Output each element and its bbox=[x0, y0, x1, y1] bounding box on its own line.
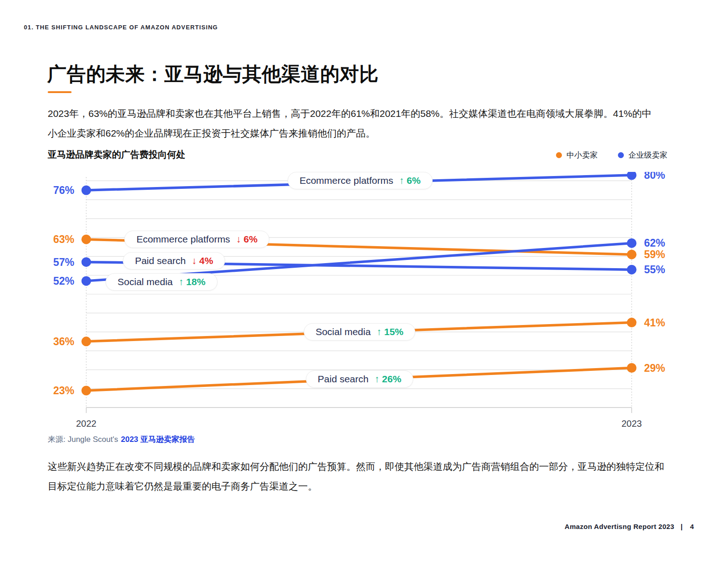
value-label-right: 59% bbox=[644, 248, 665, 260]
data-point-dot bbox=[82, 235, 91, 244]
annotation-pill: Paid search↓ 4% bbox=[123, 252, 225, 270]
legend-label: 中小卖家 bbox=[567, 150, 598, 160]
annotation-pill: Ecommerce platforms↑ 6% bbox=[288, 172, 433, 189]
source-line: 来源: Jungle Scout's2023 亚马逊卖家报告 bbox=[48, 434, 195, 445]
title-underline bbox=[48, 91, 72, 93]
closing-paragraph: 这些新兴趋势正在改变不同规模的品牌和卖家如何分配他们的广告预算。然而，即使其他渠… bbox=[48, 457, 667, 496]
annotation-label: Social media bbox=[316, 326, 371, 337]
legend-dot-icon bbox=[618, 152, 624, 158]
annotation-label: Ecommerce platforms bbox=[136, 234, 230, 245]
footer-report-title: Amazon Advertisng Report 2023 bbox=[565, 523, 674, 530]
data-point-dot bbox=[627, 363, 637, 373]
section-eyebrow: 01. THE SHIFTING LANDSCAPE OF AMAZON ADV… bbox=[24, 24, 218, 31]
slope-chart-svg: 2022202376%80%63%59%57%55%52%62%36%41%23… bbox=[36, 172, 715, 429]
annotation-label: Social media bbox=[117, 276, 172, 287]
report-page: 01. THE SHIFTING LANDSCAPE OF AMAZON ADV… bbox=[0, 0, 728, 562]
page-footer: Amazon Advertisng Report 2023 | 4 bbox=[565, 523, 694, 530]
value-label-left: 63% bbox=[53, 233, 74, 245]
value-label-left: 57% bbox=[53, 256, 74, 268]
value-label-left: 52% bbox=[53, 275, 74, 287]
footer-separator: | bbox=[681, 523, 683, 530]
x-axis-label: 2022 bbox=[76, 419, 97, 429]
data-point-dot bbox=[82, 257, 91, 267]
source-link[interactable]: 2023 亚马逊卖家报告 bbox=[121, 435, 195, 444]
data-point-dot bbox=[82, 386, 91, 395]
x-axis-label: 2023 bbox=[622, 419, 642, 429]
change-up-value: ↑ 26% bbox=[374, 374, 401, 385]
data-point-dot bbox=[82, 276, 91, 286]
value-label-left: 23% bbox=[53, 385, 74, 397]
legend-item: 企业级卖家 bbox=[618, 150, 667, 160]
slope-chart: 2022202376%80%63%59%57%55%52%62%36%41%23… bbox=[36, 172, 715, 429]
page-title: 广告的未来：亚马逊与其他渠道的对比 bbox=[47, 62, 379, 87]
source-prefix: 来源: Jungle Scout's bbox=[48, 435, 118, 444]
change-down-value: ↓ 6% bbox=[236, 234, 258, 245]
change-up-value: ↑ 6% bbox=[399, 175, 421, 186]
change-up-value: ↑ 18% bbox=[179, 276, 206, 287]
value-label-right: 62% bbox=[644, 237, 665, 249]
data-point-dot bbox=[82, 186, 91, 195]
annotation-label: Paid search bbox=[318, 374, 369, 385]
data-point-dot bbox=[627, 238, 637, 248]
value-label-right: 80% bbox=[644, 172, 665, 181]
value-label-left: 76% bbox=[53, 184, 74, 196]
annotation-pill: Social media↑ 18% bbox=[106, 273, 217, 291]
chart-legend: 中小卖家企业级卖家 bbox=[556, 150, 667, 160]
legend-dot-icon bbox=[556, 152, 562, 158]
annotation-label: Paid search bbox=[135, 255, 186, 266]
intro-paragraph: 2023年，63%的亚马逊品牌和卖家也在其他平台上销售，高于2022年的61%和… bbox=[48, 104, 653, 143]
data-point-dot bbox=[627, 172, 637, 180]
data-point-dot bbox=[82, 336, 91, 346]
legend-label: 企业级卖家 bbox=[628, 150, 667, 160]
data-point-dot bbox=[627, 265, 637, 275]
annotation-pill: Social media↑ 15% bbox=[304, 323, 416, 341]
footer-page-number: 4 bbox=[690, 523, 694, 530]
change-up-value: ↑ 15% bbox=[377, 326, 403, 337]
legend-item: 中小卖家 bbox=[556, 150, 598, 160]
data-point-dot bbox=[627, 318, 637, 327]
chart-title: 亚马逊品牌卖家的广告费投向何处 bbox=[48, 149, 185, 161]
annotation-pill: Ecommerce platforms↓ 6% bbox=[124, 231, 269, 248]
value-label-left: 36% bbox=[53, 336, 74, 347]
annotation-label: Ecommerce platforms bbox=[300, 175, 393, 186]
value-label-right: 41% bbox=[644, 317, 665, 329]
change-down-value: ↓ 4% bbox=[192, 255, 213, 266]
annotation-pill: Paid search↑ 26% bbox=[306, 370, 413, 388]
value-label-right: 55% bbox=[644, 264, 665, 275]
data-point-dot bbox=[627, 250, 637, 259]
value-label-right: 29% bbox=[644, 362, 665, 374]
